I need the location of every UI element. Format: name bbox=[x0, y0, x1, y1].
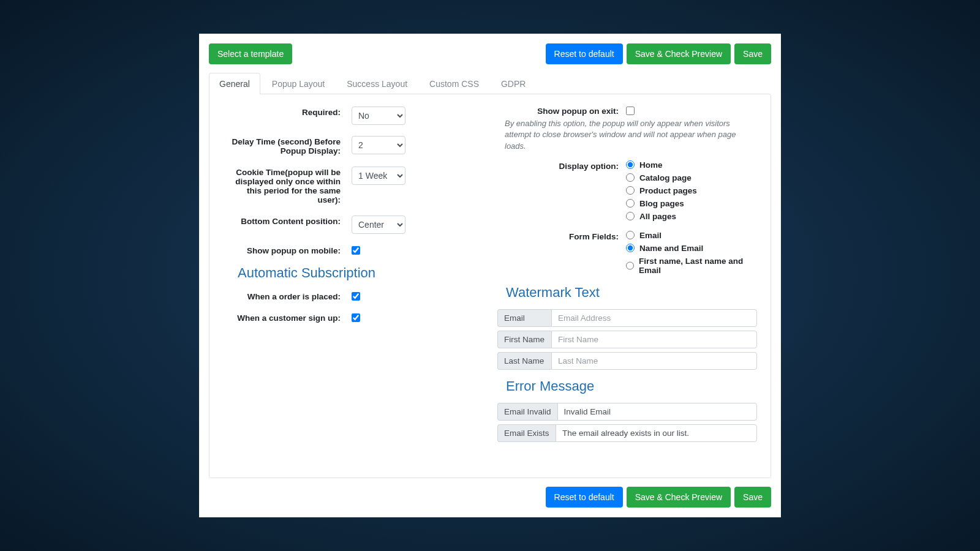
display-option-all-radio[interactable] bbox=[626, 212, 635, 220]
error-exists-input[interactable] bbox=[556, 424, 757, 442]
display-option-blog-radio[interactable] bbox=[626, 199, 635, 208]
error-invalid-label: Email Invalid bbox=[497, 403, 557, 421]
display-option-home-radio[interactable] bbox=[626, 160, 635, 169]
required-select[interactable]: No bbox=[352, 107, 405, 125]
watermark-first-label: First Name bbox=[497, 331, 551, 348]
display-option-blog-label: Blog pages bbox=[639, 199, 684, 208]
form-fields-name-email-label: Name and Email bbox=[639, 244, 703, 253]
bottom-toolbar: Reset to default Save & Check Preview Sa… bbox=[209, 487, 771, 508]
display-option-product-label: Product pages bbox=[639, 186, 697, 195]
tab-gdpr[interactable]: GDPR bbox=[491, 73, 536, 94]
tab-bar: General Popup Layout Success Layout Cust… bbox=[209, 73, 771, 94]
cookie-select[interactable]: 1 Week bbox=[352, 167, 405, 185]
top-toolbar: Select a template Reset to default Save … bbox=[209, 43, 771, 64]
save-preview-button-bottom[interactable]: Save & Check Preview bbox=[627, 487, 731, 508]
form-fields-flname-email-label: First name, Last name and Email bbox=[639, 257, 757, 275]
form-fields-label: Form Fields: bbox=[497, 231, 626, 279]
cookie-label: Cookie Time(popup will be displayed only… bbox=[223, 165, 352, 204]
display-option-product-radio[interactable] bbox=[626, 186, 635, 195]
form-fields-name-email-radio[interactable] bbox=[626, 244, 635, 252]
form-fields-email-radio[interactable] bbox=[626, 231, 635, 239]
order-placed-label: When a order is placed: bbox=[223, 290, 352, 301]
order-placed-checkbox[interactable] bbox=[352, 292, 360, 301]
show-mobile-checkbox[interactable] bbox=[352, 246, 360, 255]
watermark-email-input[interactable] bbox=[551, 309, 757, 327]
error-heading: Error Message bbox=[506, 378, 757, 394]
show-exit-checkbox[interactable] bbox=[626, 107, 635, 115]
customer-signup-checkbox[interactable] bbox=[352, 313, 360, 322]
watermark-heading: Watermark Text bbox=[506, 285, 757, 301]
customer-signup-label: When a customer sign up: bbox=[223, 311, 352, 323]
display-option-label: Display option: bbox=[497, 160, 626, 225]
show-exit-help: By enabling this option, the popup will … bbox=[505, 118, 757, 152]
watermark-email-label: Email bbox=[497, 309, 551, 327]
tab-popup-layout[interactable]: Popup Layout bbox=[262, 73, 335, 94]
save-preview-button-top[interactable]: Save & Check Preview bbox=[627, 43, 731, 64]
auto-subscription-heading: Automatic Subscription bbox=[238, 265, 483, 281]
reset-default-button-top[interactable]: Reset to default bbox=[546, 43, 623, 64]
error-exists-label: Email Exists bbox=[497, 424, 556, 442]
show-exit-label: Show popup on exit: bbox=[497, 105, 626, 116]
tab-success-layout[interactable]: Success Layout bbox=[336, 73, 418, 94]
show-mobile-label: Show popup on mobile: bbox=[223, 244, 352, 255]
display-option-home-label: Home bbox=[639, 160, 663, 170]
save-button-bottom[interactable]: Save bbox=[734, 487, 771, 508]
watermark-first-input[interactable] bbox=[551, 331, 757, 348]
required-label: Required: bbox=[223, 105, 352, 125]
left-column: Required: No Delay Time (second) Before … bbox=[223, 105, 483, 470]
select-template-button[interactable]: Select a template bbox=[209, 43, 292, 64]
tab-general[interactable]: General bbox=[209, 73, 260, 94]
tab-content: Required: No Delay Time (second) Before … bbox=[209, 94, 771, 478]
save-button-top[interactable]: Save bbox=[734, 43, 771, 64]
form-fields-flname-email-radio[interactable] bbox=[626, 261, 634, 270]
display-option-catalog-radio[interactable] bbox=[626, 173, 635, 182]
tab-custom-css[interactable]: Custom CSS bbox=[419, 73, 489, 94]
reset-default-button-bottom[interactable]: Reset to default bbox=[546, 487, 623, 508]
right-column: Show popup on exit: By enabling this opt… bbox=[497, 105, 757, 470]
error-invalid-input[interactable] bbox=[557, 403, 757, 421]
bottom-content-select[interactable]: Center bbox=[352, 216, 405, 234]
display-option-all-label: All pages bbox=[639, 212, 676, 221]
watermark-last-input[interactable] bbox=[551, 352, 757, 370]
watermark-last-label: Last Name bbox=[497, 352, 551, 370]
delay-label: Delay Time (second) Before Popup Display… bbox=[223, 135, 352, 156]
display-option-catalog-label: Catalog page bbox=[639, 173, 692, 182]
delay-select[interactable]: 2 bbox=[352, 136, 405, 154]
bottom-content-label: Bottom Content position: bbox=[223, 214, 352, 234]
settings-panel: Select a template Reset to default Save … bbox=[199, 34, 781, 517]
form-fields-email-label: Email bbox=[639, 231, 662, 240]
